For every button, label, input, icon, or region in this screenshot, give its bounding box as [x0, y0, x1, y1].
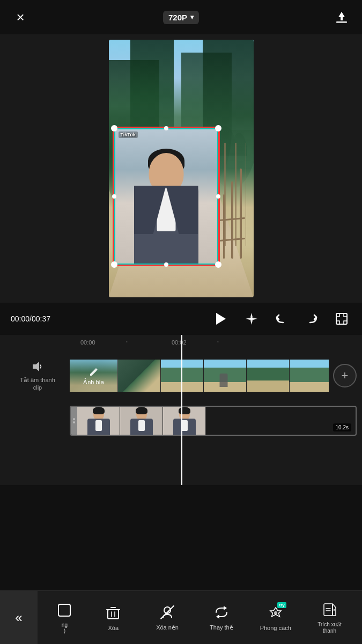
video-thumb-2: [161, 360, 204, 392]
time-marker-0: 00:00: [80, 339, 95, 346]
partial-label: ng): [62, 622, 68, 634]
handle-left[interactable]: [112, 194, 116, 199]
tiktok-watermark: TikTok: [119, 131, 138, 138]
svg-rect-13: [108, 610, 119, 619]
handle-right[interactable]: [216, 194, 220, 199]
svg-rect-0: [336, 21, 347, 23]
remove-bg-label: Xóa nền: [156, 624, 179, 631]
video-thumb-4: [247, 360, 290, 392]
handle-tl[interactable]: [111, 125, 117, 131]
duration-badge: 10.2s: [333, 423, 351, 431]
replace-icon: [213, 604, 230, 621]
expand-button[interactable]: [332, 309, 351, 328]
time-display: 00:00/00:37: [11, 314, 50, 323]
svg-marker-17: [216, 614, 219, 619]
play-button[interactable]: [209, 308, 231, 330]
pencil-icon: [88, 366, 99, 377]
quality-label: 720P: [168, 13, 187, 22]
handle-br[interactable]: [215, 261, 221, 268]
handle-tr[interactable]: [215, 125, 221, 131]
toolbar-item-remove-bg[interactable]: Xóa nền: [151, 604, 183, 631]
close-button[interactable]: ×: [11, 8, 30, 27]
cover-label: Ảnh bìa: [83, 379, 104, 386]
person-figure: [131, 145, 201, 264]
portrait-track[interactable]: 10.2s: [70, 406, 357, 436]
video-thumb-1: [118, 360, 161, 392]
video-thumb-5: [290, 360, 329, 392]
redo-icon: [305, 312, 319, 326]
expand-icon: [335, 312, 349, 326]
volume-icon: [31, 360, 44, 373]
controls-bar: 00:00/00:37: [0, 303, 362, 335]
svg-point-11: [73, 421, 75, 423]
bottom-toolbar: « ng) Xóa: [0, 590, 362, 644]
delete-icon: [105, 604, 122, 621]
handle-top[interactable]: [164, 126, 168, 130]
svg-marker-21: [334, 609, 335, 611]
toolbar-item-replace[interactable]: Thay thế: [205, 604, 238, 631]
export-icon: [321, 601, 338, 618]
svg-point-10: [73, 418, 75, 420]
handle-bl[interactable]: [111, 261, 117, 268]
style-label: Phong cách: [260, 625, 291, 631]
header: × 720P ▾: [0, 0, 362, 34]
redo-button[interactable]: [302, 309, 321, 328]
timeline-cursor: [181, 335, 182, 485]
quality-selector[interactable]: 720P ▾: [163, 11, 199, 24]
portrait-inner: TikTok: [114, 128, 218, 265]
partial-icon: [56, 602, 73, 619]
replace-label: Thay thế: [210, 624, 233, 631]
delete-label: Xóa: [108, 625, 119, 631]
track-handle-left[interactable]: [71, 407, 77, 435]
back-button[interactable]: «: [0, 591, 38, 644]
video-preview: TikTok: [0, 34, 362, 303]
toolbar-item-style[interactable]: try Phong cách: [260, 604, 292, 631]
svg-rect-8: [336, 313, 347, 324]
svg-marker-16: [224, 606, 227, 610]
timeline-area: 00:00 • 00:02 • Tắt âm thanhclip Ảnh bìa: [0, 335, 362, 485]
cover-thumbnail[interactable]: Ảnh bìa: [70, 360, 118, 392]
svg-marker-1: [338, 12, 345, 20]
portrait-overlay[interactable]: TikTok: [113, 127, 220, 266]
svg-rect-19: [324, 604, 333, 616]
try-badge: try: [277, 602, 286, 608]
magic-icon: [245, 312, 258, 326]
svg-marker-9: [33, 362, 39, 371]
video-frames: [118, 360, 329, 392]
export-label: Trích xuấtthanh: [317, 621, 342, 634]
toolbar-item-export[interactable]: Trích xuấtthanh: [314, 601, 346, 634]
svg-point-18: [274, 611, 277, 614]
undo-icon: [275, 312, 289, 326]
controls-right: [209, 308, 351, 330]
add-clip-button[interactable]: +: [333, 364, 357, 387]
svg-marker-2: [216, 313, 226, 325]
toolbar-item-delete[interactable]: Xóa: [97, 604, 129, 631]
remove-bg-icon: [159, 604, 176, 621]
audio-label: Tắt âm thanhclip: [20, 376, 55, 392]
svg-point-7: [250, 318, 253, 320]
time-marker-1: 00:02: [172, 339, 187, 346]
portrait-thumb-2: [120, 407, 163, 436]
svg-rect-12: [58, 604, 70, 616]
undo-button[interactable]: [272, 309, 291, 328]
upload-button[interactable]: [332, 8, 351, 27]
toolbar-items: ng) Xóa: [38, 601, 362, 634]
toolbar-item-partial[interactable]: ng): [54, 602, 75, 634]
upload-icon: [334, 10, 349, 25]
chevron-left-icon: «: [15, 610, 22, 625]
track-label-audio: Tắt âm thanhclip: [5, 360, 70, 392]
portrait-thumb-1: [77, 407, 120, 436]
portrait-thumb-3: [163, 407, 206, 436]
style-icon: try: [267, 604, 284, 621]
handle-bottom[interactable]: [164, 262, 168, 267]
magic-button[interactable]: [242, 309, 261, 328]
chevron-down-icon: ▾: [190, 13, 194, 21]
